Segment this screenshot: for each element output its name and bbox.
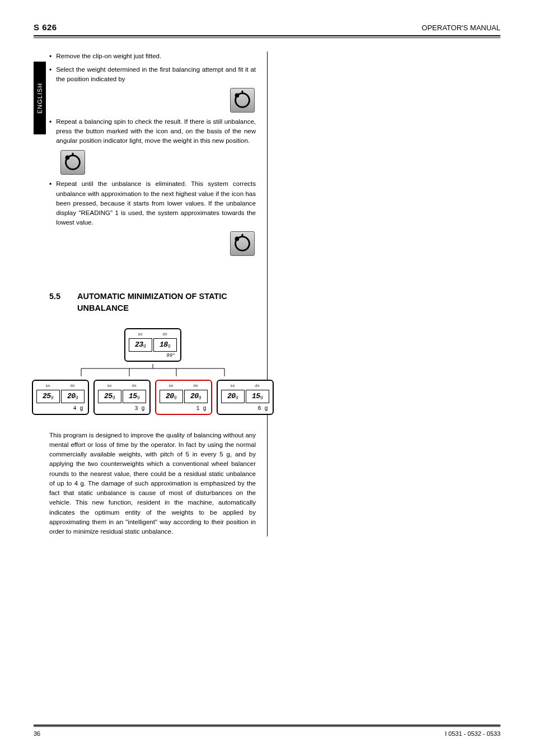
- svg-point-7: [235, 236, 240, 241]
- right-column: [268, 52, 486, 536]
- cell-label-sx: sx: [138, 331, 143, 338]
- svg-point-4: [65, 156, 70, 160]
- svg-point-1: [235, 93, 240, 97]
- header-divider: [34, 35, 500, 36]
- weight-position-icon: [60, 150, 85, 175]
- doc-id: I 0531 - 0532 - 0533: [445, 730, 500, 737]
- section-heading: 5.5 AUTOMATIC MINIMIZATION OF STATIC UNB…: [49, 291, 256, 315]
- residual-value: 3 g: [98, 404, 146, 413]
- bullet-dot: •: [49, 117, 51, 127]
- bullet-text: Repeat a balancing spin to check the res…: [56, 117, 256, 146]
- bullet-dot: •: [49, 52, 51, 62]
- readout-initial: sx 23g dx 18g 99°: [124, 328, 181, 362]
- readout-option: sx25g dx15g 3 g: [93, 380, 151, 415]
- body-paragraph: This program is designed to improve the …: [49, 431, 256, 537]
- language-tab: ENGLISH: [34, 62, 46, 134]
- weight-position-icon: [230, 231, 255, 256]
- minimization-diagram: sx 23g dx 18g 99°: [49, 328, 256, 415]
- cell-label-dx: dx: [162, 331, 167, 338]
- bullet-dot: •: [49, 65, 51, 75]
- residual-angle: 99°: [129, 352, 177, 360]
- readout-option: sx20g dx15g 6 g: [217, 380, 274, 415]
- residual-value: 6 g: [221, 404, 269, 413]
- section-title: AUTOMATIC MINIMIZATION OF STATIC UNBALAN…: [77, 291, 256, 315]
- page-number: 36: [34, 730, 40, 737]
- readout-option-selected: sx20g dx20g 1 g: [155, 380, 212, 415]
- left-column: • Remove the clip-on weight just fitted.…: [49, 52, 268, 536]
- header-divider-thin: [34, 38, 500, 38]
- section-number: 5.5: [49, 291, 67, 303]
- bracket-connector: [58, 364, 248, 380]
- manual-title: OPERATOR'S MANUAL: [421, 24, 500, 32]
- bullet-text: Select the weight determined in the firs…: [56, 65, 256, 85]
- bullet-text: Remove the clip-on weight just fitted.: [56, 52, 256, 61]
- brand: S 626: [34, 22, 57, 32]
- cell-value: 23g: [129, 338, 152, 352]
- bullet-text: Repeat until the unbalance is eliminated…: [56, 179, 256, 227]
- page-footer: 36 I 0531 - 0532 - 0533: [34, 725, 500, 737]
- bullet-dot: •: [49, 179, 51, 189]
- weight-position-icon: [230, 88, 255, 113]
- residual-value: 4 g: [36, 404, 85, 413]
- cell-value: 18g: [153, 338, 177, 352]
- residual-value: 1 g: [160, 404, 208, 413]
- readout-option: sx25g dx20g 4 g: [32, 380, 89, 415]
